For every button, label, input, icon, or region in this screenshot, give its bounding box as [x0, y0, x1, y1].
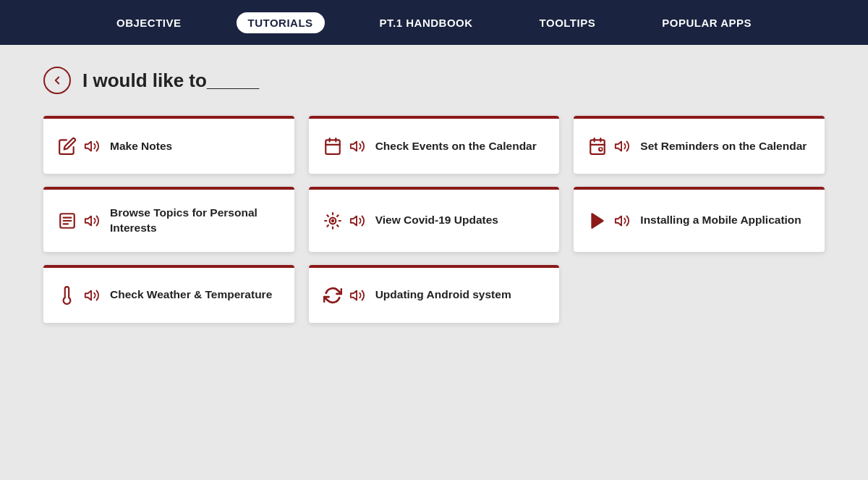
svg-marker-23 [616, 216, 621, 226]
nav-tooltips[interactable]: TOOLTIPS [528, 12, 608, 33]
page-header: I would like to_____ [43, 67, 825, 94]
card-icons [588, 137, 630, 156]
card-icons [323, 211, 365, 230]
sound-icon[interactable] [84, 287, 100, 303]
sound-icon[interactable] [614, 138, 630, 154]
cards-grid: Make Notes [43, 116, 825, 323]
sound-icon[interactable] [349, 287, 365, 303]
card-icons [58, 286, 100, 305]
play-store-icon [588, 211, 607, 230]
back-button[interactable] [43, 67, 71, 94]
sound-icon[interactable] [84, 138, 100, 154]
svg-marker-21 [350, 216, 356, 226]
nav-tutorials[interactable]: TUTORIALS [237, 12, 325, 33]
document-icon [58, 211, 77, 230]
card-icons [588, 211, 630, 230]
svg-marker-0 [85, 142, 91, 151]
sound-icon[interactable] [349, 138, 365, 154]
svg-marker-24 [85, 290, 91, 300]
calendar-icon [323, 137, 342, 156]
nav-popular-apps[interactable]: POPULAR APPS [650, 12, 763, 33]
card-browse-topics[interactable]: Browse Topics for Personal Interests [43, 187, 294, 252]
card-label: Set Reminders on the Calendar [640, 139, 807, 154]
virus-icon [323, 211, 342, 230]
card-label: Installing a Mobile Application [640, 213, 801, 228]
sound-icon[interactable] [349, 213, 365, 229]
card-check-events[interactable]: Check Events on the Calendar [309, 116, 560, 174]
main-content: I would like to_____ [0, 45, 868, 345]
edit-icon [58, 137, 77, 156]
card-updating-android[interactable]: Updating Android system [309, 265, 560, 323]
card-icons [58, 211, 100, 230]
calendar-clock-icon [588, 137, 607, 156]
refresh-icon [323, 286, 342, 305]
page-title: I would like to_____ [82, 70, 259, 92]
svg-rect-6 [591, 140, 605, 154]
svg-marker-18 [85, 216, 91, 226]
card-installing-app[interactable]: Installing a Mobile Application [574, 187, 825, 252]
sound-icon[interactable] [84, 213, 100, 229]
card-view-covid[interactable]: View Covid-19 Updates [309, 187, 560, 252]
card-label: Check Events on the Calendar [375, 139, 537, 154]
card-set-reminders[interactable]: Set Reminders on the Calendar [574, 116, 825, 174]
card-icons [58, 137, 100, 156]
card-label: Browse Topics for Personal Interests [110, 206, 280, 236]
card-label: Updating Android system [375, 287, 511, 303]
card-label: View Covid-19 Updates [375, 213, 498, 228]
svg-marker-22 [592, 214, 603, 228]
card-icons [323, 286, 365, 305]
card-check-weather[interactable]: Check Weather & Temperature [43, 265, 294, 323]
nav-handbook[interactable]: Pt.1 HANDBOOK [368, 12, 485, 33]
nav-objective[interactable]: OBJECTIVE [105, 12, 193, 33]
navigation: OBJECTIVE TUTORIALS Pt.1 HANDBOOK TOOLTI… [0, 0, 868, 45]
svg-marker-13 [616, 142, 621, 151]
svg-marker-5 [350, 142, 356, 151]
svg-rect-1 [326, 140, 340, 154]
sound-icon[interactable] [614, 213, 630, 229]
card-icons [323, 137, 365, 156]
svg-marker-25 [350, 290, 356, 300]
card-label: Make Notes [110, 139, 172, 154]
thermometer-icon [58, 286, 77, 305]
svg-point-20 [331, 219, 333, 222]
card-label: Check Weather & Temperature [110, 287, 272, 303]
card-make-notes[interactable]: Make Notes [43, 116, 294, 174]
